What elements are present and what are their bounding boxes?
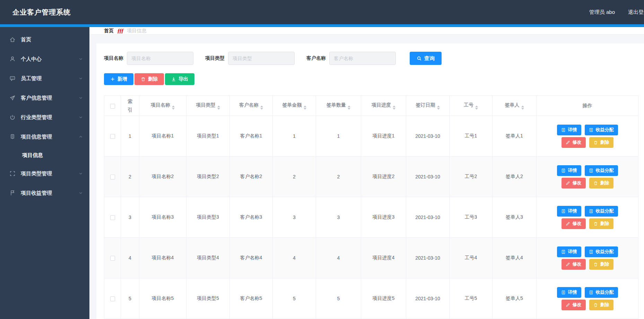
col-header-sign-amount[interactable]: 签单金额 [273,96,316,116]
breadcrumb: 首页 ƒƒƒ 项目信息 [89,27,644,35]
chevron-down-icon [78,76,83,81]
sort-icon[interactable] [260,106,263,110]
sort-icon[interactable] [521,106,524,110]
sidebar-item-personal-center[interactable]: 个人中心 [0,49,89,69]
cell-sign-quantity: 3 [316,197,361,238]
cell-job-number: 工号4 [450,238,493,278]
add-button[interactable]: 新增 [104,73,133,85]
col-header-signer[interactable]: 签单人 [493,96,537,116]
cell-customer-name: 客户名称4 [230,238,273,278]
cell-sign-quantity: 5 [316,278,361,319]
document-icon [589,128,593,132]
delete-row-button[interactable]: 删除 [589,137,613,148]
cell-sign-amount: 5 [273,278,316,319]
sort-icon[interactable] [437,106,440,110]
sidebar-item-home[interactable]: 首页 [0,30,89,49]
accent-bar [0,24,644,27]
cell-signer: 签单人2 [493,157,537,197]
edit-button[interactable]: 修改 [562,178,586,188]
cell-project-name: 项目名称3 [139,197,186,238]
sidebar-item-employee-management[interactable]: 员工管理 [0,69,89,88]
row-checkbox[interactable] [110,134,115,139]
profit-allocate-button[interactable]: 收益分配 [585,206,618,217]
sort-icon[interactable] [304,106,306,110]
table-row: 4 项目名称4 项目类型4 客户名称4 4 4 项目进度4 2021-03-10… [104,238,638,278]
content-card: 项目名称 项目类型 客户名称 查询 新增 删除 [96,43,644,319]
select-all-checkbox[interactable] [110,104,115,109]
table-toolbar: 新增 删除 导出 [104,73,638,85]
cell-project-progress: 项目进度1 [361,116,406,157]
breadcrumb-separator-icon: ƒƒƒ [117,27,123,34]
delete-row-button[interactable]: 删除 [589,300,613,310]
trash-icon [593,221,598,226]
cell-customer-name: 客户名称1 [230,116,273,157]
row-checkbox[interactable] [110,296,115,301]
project-type-input[interactable] [228,52,295,65]
detail-button[interactable]: 详情 [557,206,581,217]
sort-icon[interactable] [393,106,395,110]
sidebar: 首页 个人中心 员工管理 客户信息管理 [0,27,89,319]
row-checkbox[interactable] [110,215,115,220]
cell-index: 2 [121,157,139,197]
home-icon [9,36,16,43]
col-header-job-number[interactable]: 工号 [450,96,493,116]
filter-form: 项目名称 项目类型 客户名称 查询 [104,52,638,65]
logout-link[interactable]: 退出登录 [628,9,644,16]
sidebar-item-project-profit-management[interactable]: 项目收益管理 [0,183,89,203]
search-button[interactable]: 查询 [410,52,442,65]
breadcrumb-home[interactable]: 首页 [104,28,114,34]
sidebar-item-customer-info-management[interactable]: 客户信息管理 [0,88,89,108]
customer-name-label: 客户名称 [306,55,326,61]
table-row: 1 项目名称1 项目类型1 客户名称1 1 1 项目进度1 2021-03-10… [104,116,638,157]
trash-icon [141,77,146,82]
detail-button[interactable]: 详情 [557,287,581,298]
col-header-project-type[interactable]: 项目类型 [186,96,230,116]
col-header-project-name[interactable]: 项目名称 [139,96,186,116]
edit-button[interactable]: 修改 [562,218,586,229]
chevron-down-icon [78,57,83,61]
main-content: 首页 ƒƒƒ 项目信息 项目名称 项目类型 客户名称 查询 [89,27,644,319]
pencil-icon [566,262,570,267]
cell-project-progress: 项目进度4 [361,238,406,278]
project-name-input[interactable] [127,52,193,65]
detail-button[interactable]: 详情 [557,165,581,176]
sort-icon[interactable] [475,106,478,110]
detail-button[interactable]: 详情 [557,246,581,257]
sidebar-item-project-type-management[interactable]: 项目类型管理 [0,164,89,183]
sidebar-item-label: 客户信息管理 [21,95,78,101]
delete-row-button[interactable]: 删除 [589,218,613,229]
sidebar-item-industry-type-management[interactable]: 行业类型管理 [0,108,89,127]
delete-row-button[interactable]: 删除 [589,259,613,270]
document-icon [561,290,566,295]
current-user[interactable]: 管理员 abo [589,9,615,16]
detail-button[interactable]: 详情 [557,125,581,135]
sort-icon[interactable] [217,106,220,110]
export-button[interactable]: 导出 [165,73,194,85]
profit-allocate-button[interactable]: 收益分配 [585,287,618,298]
chat-icon [9,75,16,82]
cell-sign-date: 2021-03-10 [406,157,450,197]
col-header-sign-quantity[interactable]: 签单数量 [316,96,361,116]
edit-button[interactable]: 修改 [562,259,586,270]
col-header-project-progress[interactable]: 项目进度 [361,96,406,116]
sort-icon[interactable] [348,106,350,110]
sidebar-subitem-project-info[interactable]: 项目信息 [0,146,89,164]
col-header-sign-date[interactable]: 签订日期 [406,96,450,116]
customer-name-input[interactable] [329,52,396,65]
row-checkbox[interactable] [110,175,115,179]
cell-customer-name: 客户名称5 [230,278,273,319]
delete-button[interactable]: 删除 [134,73,164,85]
col-header-actions: 操作 [537,96,638,116]
delete-row-button[interactable]: 删除 [589,178,613,188]
edit-button[interactable]: 修改 [562,137,586,148]
cell-signer: 签单人4 [493,238,537,278]
cell-project-progress: 项目进度2 [361,157,406,197]
edit-button[interactable]: 修改 [562,300,586,310]
col-header-customer-name[interactable]: 客户名称 [230,96,273,116]
profit-allocate-button[interactable]: 收益分配 [585,246,618,257]
sort-icon[interactable] [172,106,175,110]
row-checkbox[interactable] [110,256,115,261]
sidebar-item-project-info-management[interactable]: 项目信息管理 [0,127,89,146]
profit-allocate-button[interactable]: 收益分配 [585,165,618,176]
profit-allocate-button[interactable]: 收益分配 [585,125,618,135]
